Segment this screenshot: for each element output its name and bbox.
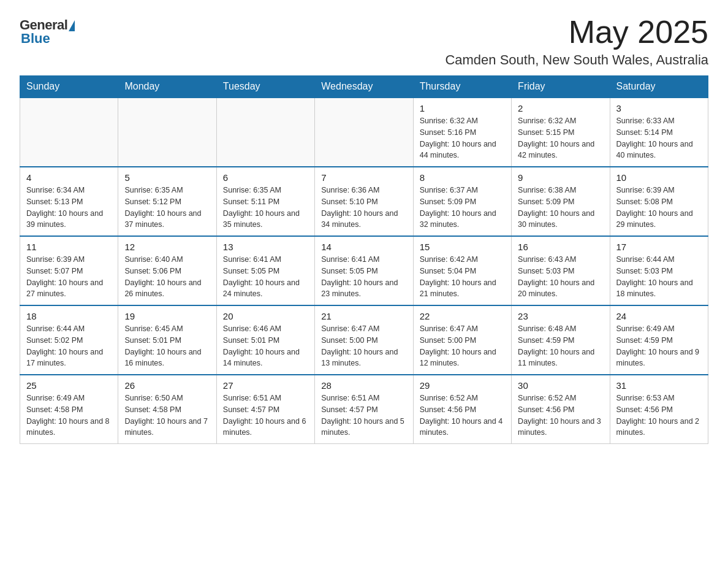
day-info: Sunrise: 6:32 AMSunset: 5:15 PMDaylight:… [518,115,603,161]
day-info: Sunrise: 6:51 AMSunset: 4:57 PMDaylight:… [223,393,308,439]
calendar-day-cell: 26Sunrise: 6:50 AMSunset: 4:58 PMDayligh… [118,375,216,444]
day-number: 7 [321,172,406,183]
day-number: 30 [518,380,603,391]
calendar-day-cell: 27Sunrise: 6:51 AMSunset: 4:57 PMDayligh… [216,375,314,444]
calendar-day-cell: 3Sunrise: 6:33 AMSunset: 5:14 PMDaylight… [610,98,708,167]
day-info: Sunrise: 6:44 AMSunset: 5:03 PMDaylight:… [616,254,702,300]
logo-blue-text: Blue [21,31,50,47]
calendar-day-cell [20,98,118,167]
day-number: 18 [26,311,112,321]
calendar-day-cell: 20Sunrise: 6:46 AMSunset: 5:01 PMDayligh… [216,305,314,375]
calendar-day-cell: 7Sunrise: 6:36 AMSunset: 5:10 PMDaylight… [315,167,413,236]
day-number: 16 [518,242,603,252]
logo-triangle-icon [69,20,75,31]
logo: General Blue [20,15,75,47]
calendar-table: SundayMondayTuesdayWednesdayThursdayFrid… [20,75,708,444]
day-number: 10 [616,172,702,183]
day-info: Sunrise: 6:44 AMSunset: 5:02 PMDaylight:… [26,323,112,369]
day-number: 27 [223,380,308,391]
day-info: Sunrise: 6:52 AMSunset: 4:56 PMDaylight:… [420,393,505,439]
calendar-day-cell: 22Sunrise: 6:47 AMSunset: 5:00 PMDayligh… [413,305,511,375]
calendar-day-cell: 30Sunrise: 6:52 AMSunset: 4:56 PMDayligh… [512,375,610,444]
calendar-week-row: 4Sunrise: 6:34 AMSunset: 5:13 PMDaylight… [20,167,708,236]
day-number: 14 [321,242,406,252]
day-info: Sunrise: 6:49 AMSunset: 4:58 PMDaylight:… [26,393,112,439]
calendar-day-cell: 12Sunrise: 6:40 AMSunset: 5:06 PMDayligh… [118,236,216,305]
calendar-day-cell [315,98,413,167]
calendar-week-row: 25Sunrise: 6:49 AMSunset: 4:58 PMDayligh… [20,375,708,444]
day-number: 19 [124,311,210,321]
calendar-day-cell: 9Sunrise: 6:38 AMSunset: 5:09 PMDaylight… [512,167,610,236]
day-number: 29 [420,380,505,391]
day-info: Sunrise: 6:46 AMSunset: 5:01 PMDaylight:… [223,323,308,369]
day-number: 6 [223,172,308,183]
day-number: 17 [616,242,702,252]
day-info: Sunrise: 6:50 AMSunset: 4:58 PMDaylight:… [124,393,210,439]
calendar-day-cell: 19Sunrise: 6:45 AMSunset: 5:01 PMDayligh… [118,305,216,375]
calendar-header-friday: Friday [512,76,610,98]
day-number: 26 [124,380,210,391]
calendar-header-saturday: Saturday [610,76,708,98]
day-info: Sunrise: 6:36 AMSunset: 5:10 PMDaylight:… [321,185,406,231]
day-number: 5 [124,172,210,183]
calendar-day-cell: 8Sunrise: 6:37 AMSunset: 5:09 PMDaylight… [413,167,511,236]
day-number: 25 [26,380,112,391]
day-number: 28 [321,380,406,391]
calendar-day-cell: 29Sunrise: 6:52 AMSunset: 4:56 PMDayligh… [413,375,511,444]
day-number: 3 [616,103,702,113]
day-info: Sunrise: 6:35 AMSunset: 5:12 PMDaylight:… [124,185,210,231]
day-number: 15 [420,242,505,252]
location-title: Camden South, New South Wales, Australia [445,52,708,68]
title-block: May 2025 Camden South, New South Wales, … [445,15,708,68]
day-number: 8 [420,172,505,183]
calendar-header-sunday: Sunday [20,76,118,98]
day-info: Sunrise: 6:40 AMSunset: 5:06 PMDaylight:… [124,254,210,300]
day-info: Sunrise: 6:48 AMSunset: 4:59 PMDaylight:… [518,323,603,369]
calendar-day-cell: 18Sunrise: 6:44 AMSunset: 5:02 PMDayligh… [20,305,118,375]
calendar-day-cell: 1Sunrise: 6:32 AMSunset: 5:16 PMDaylight… [413,98,511,167]
calendar-day-cell: 21Sunrise: 6:47 AMSunset: 5:00 PMDayligh… [315,305,413,375]
calendar-week-row: 1Sunrise: 6:32 AMSunset: 5:16 PMDaylight… [20,98,708,167]
day-info: Sunrise: 6:42 AMSunset: 5:04 PMDaylight:… [420,254,505,300]
calendar-header-wednesday: Wednesday [315,76,413,98]
day-info: Sunrise: 6:41 AMSunset: 5:05 PMDaylight:… [223,254,308,300]
day-info: Sunrise: 6:41 AMSunset: 5:05 PMDaylight:… [321,254,406,300]
calendar-header-monday: Monday [118,76,216,98]
calendar-header-row: SundayMondayTuesdayWednesdayThursdayFrid… [20,76,708,98]
day-info: Sunrise: 6:47 AMSunset: 5:00 PMDaylight:… [321,323,406,369]
calendar-day-cell: 13Sunrise: 6:41 AMSunset: 5:05 PMDayligh… [216,236,314,305]
calendar-day-cell: 16Sunrise: 6:43 AMSunset: 5:03 PMDayligh… [512,236,610,305]
day-number: 20 [223,311,308,321]
day-number: 1 [420,103,505,113]
calendar-day-cell: 14Sunrise: 6:41 AMSunset: 5:05 PMDayligh… [315,236,413,305]
day-number: 23 [518,311,603,321]
calendar-day-cell: 24Sunrise: 6:49 AMSunset: 4:59 PMDayligh… [610,305,708,375]
calendar-week-row: 18Sunrise: 6:44 AMSunset: 5:02 PMDayligh… [20,305,708,375]
day-info: Sunrise: 6:52 AMSunset: 4:56 PMDaylight:… [518,393,603,439]
day-info: Sunrise: 6:47 AMSunset: 5:00 PMDaylight:… [420,323,505,369]
calendar-day-cell: 11Sunrise: 6:39 AMSunset: 5:07 PMDayligh… [20,236,118,305]
day-info: Sunrise: 6:39 AMSunset: 5:07 PMDaylight:… [26,254,112,300]
day-info: Sunrise: 6:34 AMSunset: 5:13 PMDaylight:… [26,185,112,231]
day-info: Sunrise: 6:53 AMSunset: 4:56 PMDaylight:… [616,393,702,439]
day-number: 24 [616,311,702,321]
day-info: Sunrise: 6:45 AMSunset: 5:01 PMDaylight:… [124,323,210,369]
calendar-day-cell [216,98,314,167]
day-info: Sunrise: 6:33 AMSunset: 5:14 PMDaylight:… [616,115,702,161]
day-number: 4 [26,172,112,183]
day-number: 2 [518,103,603,113]
day-info: Sunrise: 6:37 AMSunset: 5:09 PMDaylight:… [420,185,505,231]
day-number: 22 [420,311,505,321]
calendar-day-cell: 25Sunrise: 6:49 AMSunset: 4:58 PMDayligh… [20,375,118,444]
calendar-day-cell: 17Sunrise: 6:44 AMSunset: 5:03 PMDayligh… [610,236,708,305]
day-number: 13 [223,242,308,252]
day-info: Sunrise: 6:38 AMSunset: 5:09 PMDaylight:… [518,185,603,231]
page-header: General Blue May 2025 Camden South, New … [20,15,708,68]
day-number: 12 [124,242,210,252]
calendar-day-cell: 4Sunrise: 6:34 AMSunset: 5:13 PMDaylight… [20,167,118,236]
day-number: 11 [26,242,112,252]
day-info: Sunrise: 6:39 AMSunset: 5:08 PMDaylight:… [616,185,702,231]
calendar-day-cell: 5Sunrise: 6:35 AMSunset: 5:12 PMDaylight… [118,167,216,236]
day-info: Sunrise: 6:43 AMSunset: 5:03 PMDaylight:… [518,254,603,300]
day-info: Sunrise: 6:49 AMSunset: 4:59 PMDaylight:… [616,323,702,369]
